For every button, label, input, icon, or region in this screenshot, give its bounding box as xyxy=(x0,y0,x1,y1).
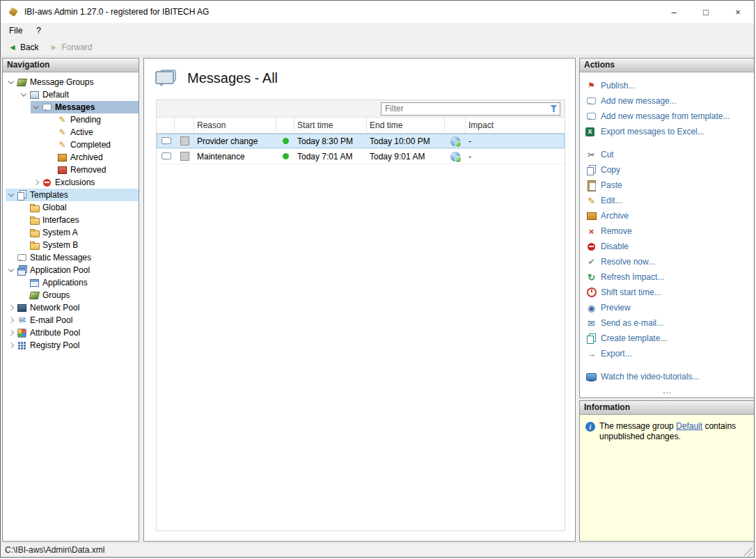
tree-item-global[interactable]: Global xyxy=(18,201,139,214)
tree-item-system-b[interactable]: System B xyxy=(18,239,139,251)
action-archive[interactable]: Archive xyxy=(585,208,754,223)
forward-button[interactable]: ► Forward xyxy=(45,41,97,54)
action-copy[interactable]: Copy xyxy=(585,162,754,178)
window-title: IBI-aws Admin 1.27.0 - registered for IB… xyxy=(24,7,209,17)
action-add-message-from-template[interactable]: Add new message from template... xyxy=(585,109,754,124)
action-refresh-impact[interactable]: ↻ Refresh Impact... xyxy=(585,269,754,285)
row-checkbox[interactable] xyxy=(180,136,189,145)
more-actions-ellipsis[interactable]: … xyxy=(580,388,754,397)
tree-item-groups[interactable]: Groups xyxy=(18,289,139,301)
tree-item-active[interactable]: ✎ Active xyxy=(46,126,139,139)
tree-item-email-pool[interactable]: ✉ E-mail Pool xyxy=(6,314,139,326)
tree-item-registry-pool[interactable]: Registry Pool xyxy=(6,339,139,352)
chevron-right-icon[interactable] xyxy=(6,318,17,322)
page-title-row: Messages - All xyxy=(144,58,575,86)
action-remove[interactable]: × Remove xyxy=(585,223,754,239)
globe-icon xyxy=(450,152,460,162)
chevron-right-icon[interactable] xyxy=(31,180,42,184)
action-cut[interactable]: ✂ Cut xyxy=(585,147,754,162)
tree-item-message-groups[interactable]: Message Groups xyxy=(6,76,139,88)
tree-item-label: System A xyxy=(42,228,78,237)
column-header-impact-icon[interactable] xyxy=(445,118,466,134)
tree-item-exclusions[interactable]: Exclusions xyxy=(31,176,139,189)
action-watch-video-tutorials[interactable]: Watch the video-tutorials... xyxy=(585,369,754,384)
action-edit[interactable]: ✎ Edit... xyxy=(585,193,754,208)
application-pool-icon xyxy=(17,265,27,275)
tree-item-default[interactable]: Default xyxy=(18,88,139,101)
action-export[interactable]: → Export... xyxy=(585,346,754,361)
tree-item-applications[interactable]: Applications xyxy=(18,276,139,289)
column-header-status[interactable] xyxy=(276,118,294,134)
chevron-down-icon[interactable] xyxy=(6,193,17,197)
tree-item-label: Groups xyxy=(42,290,70,300)
action-paste[interactable]: Paste xyxy=(585,178,754,193)
main-panel: Messages - All Reason Start time End tim… xyxy=(143,58,576,542)
menu-bar: File ? xyxy=(1,23,754,38)
chevron-right-icon[interactable] xyxy=(6,343,17,347)
action-create-template[interactable]: Create template... xyxy=(585,331,754,346)
end-time-cell: Today 9:01 AM xyxy=(367,149,445,164)
tree-item-archived[interactable]: Archived xyxy=(46,151,139,164)
column-header-end-time[interactable]: End time xyxy=(367,118,445,134)
menu-help[interactable]: ? xyxy=(29,23,48,38)
tree-item-templates[interactable]: Templates xyxy=(6,189,139,201)
tree-item-label: Application Pool xyxy=(30,265,90,275)
chevron-right-icon[interactable] xyxy=(6,331,17,335)
title-bar: IBI-aws Admin 1.27.0 - registered for IB… xyxy=(1,1,754,23)
back-button[interactable]: ◄ Back xyxy=(3,41,44,54)
add-message-icon xyxy=(585,95,597,107)
tree-item-interfaces[interactable]: Interfaces xyxy=(18,214,139,226)
tree-item-label: E-mail Pool xyxy=(30,315,72,325)
filter-input[interactable] xyxy=(381,102,560,116)
column-header-reason[interactable]: Reason xyxy=(194,118,276,134)
action-resolve-now[interactable]: ✔ Resolve now... xyxy=(585,254,754,269)
action-add-new-message[interactable]: Add new message... xyxy=(585,93,754,109)
tree-item-static-messages[interactable]: Static Messages xyxy=(6,251,139,264)
filter-bar xyxy=(157,100,565,118)
tree-item-removed[interactable]: Removed xyxy=(46,164,139,176)
minimize-button[interactable]: – xyxy=(658,1,690,23)
chevron-down-icon[interactable] xyxy=(6,80,17,84)
tree-item-label: Interfaces xyxy=(42,215,79,225)
resize-grip[interactable] xyxy=(743,546,753,556)
maximize-button[interactable]: □ xyxy=(690,1,722,23)
tree-item-system-a[interactable]: System A xyxy=(18,226,139,239)
row-checkbox[interactable] xyxy=(180,152,189,161)
message-row[interactable]: Maintenance Today 7:01 AM Today 9:01 AM … xyxy=(157,149,565,164)
impact-cell: - xyxy=(466,134,565,148)
message-row[interactable]: Provider change Today 8:30 PM Today 10:0… xyxy=(157,134,565,149)
chevron-right-icon[interactable] xyxy=(6,306,17,310)
action-shift-start-time[interactable]: Shift start time... xyxy=(585,285,754,300)
column-header-impact[interactable]: Impact xyxy=(466,118,565,134)
chevron-down-icon[interactable] xyxy=(31,105,42,109)
default-group-link[interactable]: Default xyxy=(676,421,702,431)
tree-item-pending[interactable]: ✎ Pending xyxy=(46,113,139,126)
tree-item-label: Static Messages xyxy=(30,253,91,262)
action-export-to-excel[interactable]: X Export messages to Excel... xyxy=(585,124,754,139)
close-button[interactable]: × xyxy=(722,1,754,23)
column-header-start-time[interactable]: Start time xyxy=(294,118,367,134)
end-time-cell: Today 10:00 PM xyxy=(367,134,445,148)
impact-cell: - xyxy=(466,149,565,164)
tree-item-application-pool[interactable]: Application Pool xyxy=(6,264,139,276)
action-preview[interactable]: ◉ Preview xyxy=(585,300,754,315)
status-cell xyxy=(276,134,294,148)
email-pool-icon: ✉ xyxy=(17,315,27,325)
column-header-type-icon[interactable] xyxy=(157,118,175,134)
tree-item-messages[interactable]: Messages xyxy=(31,101,139,113)
action-publish[interactable]: ⚑ Publish... xyxy=(585,78,754,93)
chevron-down-icon[interactable] xyxy=(6,268,17,272)
menu-file[interactable]: File xyxy=(2,23,29,38)
action-disable[interactable]: Disable xyxy=(585,239,754,254)
folder-icon xyxy=(29,228,40,237)
action-label: Resolve now... xyxy=(601,257,655,267)
edit-icon: ✎ xyxy=(585,195,597,206)
chevron-down-icon[interactable] xyxy=(18,93,29,97)
action-send-as-email[interactable]: ✉ Send as e-mail... xyxy=(585,315,754,331)
tree-item-network-pool[interactable]: Network Pool xyxy=(6,301,139,314)
tree-item-attribute-pool[interactable]: Attribute Pool xyxy=(6,326,139,339)
tree-item-completed[interactable]: ✎ Completed xyxy=(46,139,139,151)
action-label: Watch the video-tutorials... xyxy=(601,372,700,381)
message-type-cell xyxy=(157,149,175,164)
column-header-checkbox[interactable] xyxy=(175,118,194,134)
